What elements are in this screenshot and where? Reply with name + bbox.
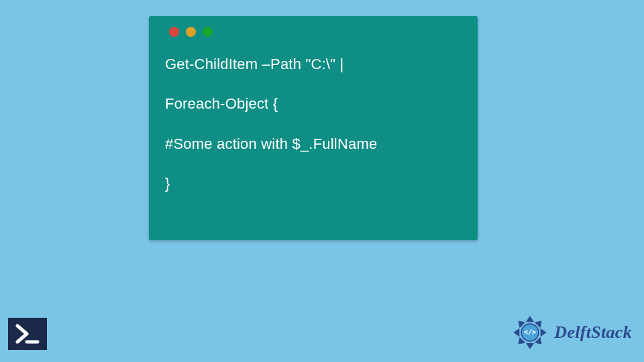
svg-text:</>: </> <box>524 328 536 336</box>
svg-marker-5 <box>526 343 534 349</box>
window-traffic-dots <box>169 27 462 37</box>
traffic-dot-zoom-icon <box>203 27 213 37</box>
traffic-dot-minimize-icon <box>186 27 196 37</box>
brand-block: </> DelftStack <box>511 314 632 351</box>
delftstack-logo-icon: </> <box>511 314 549 351</box>
brand-name: DelftStack <box>554 322 632 343</box>
svg-marker-7 <box>514 328 520 337</box>
code-card: Get-ChildItem –Path "C:\" | Foreach-Obje… <box>149 16 478 240</box>
traffic-dot-close-icon <box>169 27 179 37</box>
code-block: Get-ChildItem –Path "C:\" | Foreach-Obje… <box>165 54 462 194</box>
svg-marker-1 <box>526 316 534 322</box>
svg-marker-3 <box>541 328 547 337</box>
powershell-icon <box>8 318 47 350</box>
